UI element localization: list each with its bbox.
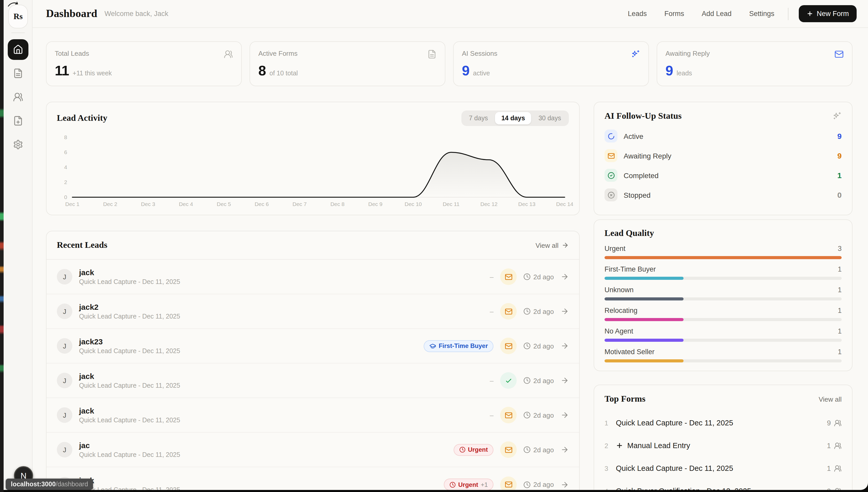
lead-form-source: Quick Lead Capture - Dec 11, 2025 [79, 313, 180, 320]
svg-text:6: 6 [64, 149, 67, 155]
clock-icon [449, 482, 456, 488]
sidebar-item-leads[interactable] [8, 87, 28, 107]
lead-row[interactable]: JjackQuick Lead Capture - Dec 11, 2025–2… [47, 364, 579, 398]
open-lead-arrow[interactable] [561, 411, 569, 419]
top-form-row[interactable]: 4Quick Buyer Qualification - Dec 12, 202… [605, 479, 842, 490]
lead-name: jack [79, 406, 180, 416]
lead-name: jac [79, 441, 180, 450]
nav-link-forms[interactable]: Forms [664, 10, 684, 18]
quality-bar-track [605, 339, 842, 342]
status-chip-mail [500, 407, 517, 423]
arrow-right-icon [561, 376, 569, 385]
range-button-14-days[interactable]: 14 days [495, 112, 532, 124]
svg-text:Dec 1: Dec 1 [65, 201, 79, 207]
stat-suffix: +11 this week [73, 70, 112, 77]
lead-badge-buyer: First-Time Buyer [424, 340, 493, 352]
open-lead-arrow[interactable] [561, 307, 569, 315]
quality-bar-fill [605, 277, 684, 280]
lead-activity-panel: Lead Activity 7 days14 days30 days 02468… [46, 102, 580, 215]
quality-value: 1 [838, 286, 842, 294]
sidebar-item-dashboard[interactable] [8, 39, 28, 60]
lead-row[interactable]: Jjack2Quick Lead Capture - Dec 11, 2025–… [47, 294, 579, 329]
no-badge-dash: – [490, 411, 493, 419]
mail-icon [835, 50, 844, 59]
recent-leads-view-all-link[interactable]: View all [536, 241, 569, 249]
lead-time: 2d ago [523, 446, 554, 453]
app-window: Rs N Dashboard Welcome back, Jack LeadsF… [4, 0, 868, 490]
status-host: localhost:3000 [11, 481, 56, 488]
lead-activity-title: Lead Activity [57, 113, 108, 123]
stat-value: 8 [258, 63, 266, 79]
svg-text:Dec 8: Dec 8 [330, 201, 345, 207]
avatar: J [57, 442, 72, 458]
ai-status-label: Active [624, 132, 643, 140]
ai-status-label: Awaiting Reply [624, 151, 672, 160]
svg-text:Dec 2: Dec 2 [103, 201, 117, 207]
quality-bar-track [605, 359, 842, 363]
stat-suffix: leads [677, 70, 692, 77]
top-form-row[interactable]: 1Quick Lead Capture - Dec 11, 20259 [605, 412, 842, 434]
new-form-button[interactable]: New Form [798, 5, 857, 22]
range-button-30-days[interactable]: 30 days [532, 112, 567, 124]
mail-icon [505, 411, 512, 419]
svg-text:Dec 5: Dec 5 [217, 201, 231, 207]
stat-value: 9 [462, 63, 469, 79]
lead-row[interactable]: JjackQuick Lead Capture - Dec 11, 2025Ur… [47, 467, 579, 490]
nav-link-settings[interactable]: Settings [749, 10, 774, 18]
form-name: Manual Lead Entry [616, 441, 690, 450]
check-circle-icon [607, 172, 615, 179]
open-lead-arrow[interactable] [561, 342, 569, 350]
svg-text:Dec 6: Dec 6 [255, 201, 269, 207]
form-rank: 1 [605, 419, 616, 427]
range-button-7-days[interactable]: 7 days [463, 112, 494, 124]
open-lead-arrow[interactable] [561, 376, 569, 385]
quality-bar-fill [605, 318, 684, 321]
lead-row[interactable]: JjackQuick Lead Capture - Dec 11, 2025–2… [47, 398, 579, 433]
open-lead-arrow[interactable] [561, 273, 569, 281]
stat-suffix: active [473, 70, 490, 77]
sidebar-item-forms[interactable] [8, 63, 28, 84]
open-lead-arrow[interactable] [561, 445, 569, 454]
mail-icon [505, 342, 512, 350]
lead-row[interactable]: JjacQuick Lead Capture - Dec 11, 2025Urg… [47, 433, 579, 467]
svg-text:0: 0 [64, 194, 67, 200]
sidebar-item-new-form[interactable] [8, 110, 28, 131]
lead-row[interactable]: JjackQuick Lead Capture - Dec 11, 2025–2… [47, 260, 579, 294]
logo-swoosh-icon [7, 2, 20, 7]
top-forms-panel: Top Forms View all 1Quick Lead Capture -… [594, 385, 852, 490]
stat-card-awaiting-reply: Awaiting Reply9leads [657, 41, 852, 86]
lead-form-source: Quick Lead Capture - Dec 11, 2025 [79, 486, 180, 490]
ai-status-value: 1 [837, 171, 842, 180]
arrow-right-icon [561, 445, 569, 454]
svg-text:Dec 13: Dec 13 [518, 201, 536, 207]
lead-row[interactable]: Jjack23Quick Lead Capture - Dec 11, 2025… [47, 329, 579, 364]
status-chip-mail [500, 268, 517, 285]
avatar: J [57, 373, 72, 388]
quality-row-first-time-buyer: First-Time Buyer1 [605, 265, 842, 280]
top-forms-view-all-link[interactable]: View all [819, 395, 842, 403]
svg-text:Dec 14: Dec 14 [556, 201, 573, 207]
nav-link-add-lead[interactable]: Add Lead [702, 10, 732, 18]
lead-name: jack [79, 476, 180, 485]
top-form-row[interactable]: 2Manual Lead Entry1 [605, 434, 842, 457]
quality-row-urgent: Urgent3 [605, 245, 842, 259]
no-badge-dash: – [490, 308, 493, 315]
status-chip-mail [500, 476, 517, 490]
nav-link-leads[interactable]: Leads [628, 10, 647, 18]
open-lead-arrow[interactable] [561, 481, 569, 489]
svg-text:Dec 3: Dec 3 [141, 201, 155, 207]
quality-label: Urgent [605, 245, 626, 252]
sidebar-item-settings[interactable] [8, 134, 28, 155]
lead-form-source: Quick Lead Capture - Dec 11, 2025 [79, 347, 180, 355]
ai-status-row-active: Active9 [605, 129, 842, 143]
clock-icon [523, 273, 531, 280]
clock-icon [523, 412, 531, 419]
quality-bar-fill [605, 297, 684, 300]
top-form-row[interactable]: 3Quick Lead Capture - Dec 11, 20251 [605, 457, 842, 479]
brand-logo[interactable]: Rs [8, 5, 28, 28]
quality-row-unknown: Unknown1 [605, 286, 842, 300]
lead-name: jack2 [79, 302, 180, 312]
file-plus-icon [13, 116, 23, 126]
clock-icon [523, 377, 531, 384]
lead-time: 2d ago [523, 481, 554, 488]
